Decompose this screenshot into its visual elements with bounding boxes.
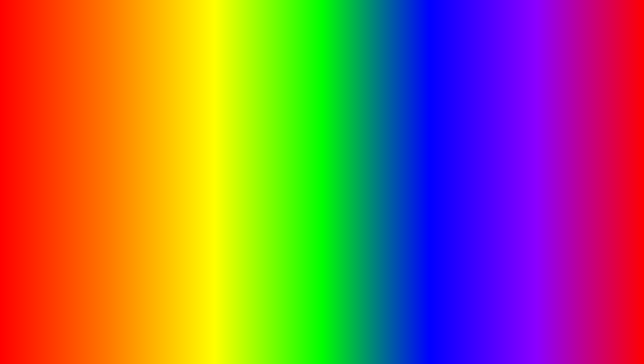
sidebar-right-stats[interactable]: Stats bbox=[285, 165, 310, 174]
bottom-farm-text: FARM bbox=[233, 324, 318, 358]
sidebar-right-player[interactable]: Player bbox=[285, 175, 310, 184]
auto-bf-mastery-icon: B bbox=[56, 191, 66, 201]
window-right-fps-value: 30 bbox=[434, 100, 438, 104]
mastery-divider-line-left bbox=[56, 183, 116, 184]
sidebar-left-stats[interactable]: Stats bbox=[27, 165, 51, 174]
sidebar-left-main[interactable]: Main bbox=[27, 125, 51, 134]
next-island-button-container: Next Island bbox=[314, 142, 453, 153]
window-right-app-name: B LULUK bbox=[301, 100, 320, 105]
bottom-script-text: SCRIPT bbox=[322, 333, 396, 356]
window-right-logo: B bbox=[288, 100, 298, 110]
window-left-body: Main Settings Weapons Race V4 Stats Play… bbox=[26, 123, 198, 236]
select-monster-row: Select Monster : ▼ bbox=[56, 152, 195, 161]
sidebar-left-race-v4[interactable]: Race V4 bbox=[27, 155, 51, 164]
window-right-user-bar: 👤 XxArSendxX bbox=[284, 112, 456, 123]
start-auto-farm-icon: B bbox=[56, 128, 66, 138]
window-left-update: Blox Fruit Update 18 bbox=[67, 100, 103, 105]
start-auto-farm-checkbox[interactable] bbox=[189, 130, 195, 136]
bottom-text-area: AUTO FARM SCRIPT PASTEBIN bbox=[0, 324, 644, 358]
window-right-mins-label: Min(s) : bbox=[319, 106, 331, 110]
sidebar-right-race-v4[interactable]: Race V4 bbox=[285, 155, 310, 164]
title-letter-r: R bbox=[337, 7, 370, 55]
skull-icon: 💀 bbox=[606, 331, 612, 336]
window-left-avatar: 👤 bbox=[29, 113, 37, 121]
title-letter-l: L bbox=[203, 7, 231, 55]
auto-start-law-dungeon-checkbox[interactable] bbox=[448, 185, 453, 190]
auto-buy-law-chip-checkbox[interactable] bbox=[448, 169, 453, 174]
auto-bf-mastery-row: B Auto BF Mastery bbox=[56, 189, 195, 203]
farm-selected-monster-checkbox[interactable] bbox=[189, 168, 195, 173]
title-letter-o: O bbox=[231, 7, 266, 55]
window-right-time-label: [Time] : bbox=[373, 100, 385, 104]
window-left-user-bar: 👤 XxArSendxX bbox=[26, 112, 198, 123]
window-left-secs-value: 58 bbox=[95, 106, 99, 110]
auto-kill-law-checkbox[interactable] bbox=[448, 201, 453, 206]
window-left-hrs-value: 0 bbox=[55, 106, 57, 110]
window-left-sidebar: Main Settings Weapons Race V4 Stats Play… bbox=[26, 123, 52, 236]
window-right-username: XxArSendxX bbox=[298, 115, 322, 120]
window-left-secs-label: Sec(s) : bbox=[79, 106, 92, 110]
auto-buy-law-chip-row: B Auto Buy Law Chip bbox=[314, 165, 453, 178]
logo-blx-text: BLX bbox=[601, 337, 617, 346]
sidebar-right-settings[interactable]: Settings bbox=[285, 135, 310, 144]
sidebar-left-weapons[interactable]: Weapons bbox=[27, 145, 51, 154]
auto-buy-law-chip-icon: B bbox=[314, 166, 325, 177]
auto-start-law-dungeon-row: B Auto Start Law Dungeon bbox=[314, 181, 453, 194]
title-letter-i: I bbox=[402, 7, 416, 55]
window-left-title-area: ULULUK Blox Fruit Update 18 [Time] : 08:… bbox=[42, 100, 195, 110]
svg-text:B: B bbox=[60, 194, 63, 199]
next-island-button[interactable]: Next Island bbox=[314, 142, 453, 153]
window-right-mins-value: 4 bbox=[333, 106, 335, 110]
mastery-divider: Mastery bbox=[56, 180, 195, 187]
window-right-hrs-label: Hr(s) : bbox=[301, 106, 311, 110]
main-title: BLOX FRUITS bbox=[0, 6, 644, 56]
svg-text:B: B bbox=[318, 169, 321, 174]
auto-bf-mastery-label: Auto BF Mastery bbox=[69, 194, 187, 198]
window-left-username: XxArSendxX bbox=[40, 115, 64, 120]
auto-awake-checkbox[interactable] bbox=[448, 130, 453, 136]
dropdown-arrow-icon: ▼ bbox=[188, 155, 192, 158]
sidebar-right-weapons[interactable]: Weapons bbox=[285, 145, 310, 154]
window-left-mins-value: 3 bbox=[75, 106, 77, 110]
farm-selected-monster-label: Farm Selected Monster bbox=[69, 168, 187, 173]
window-right-time-value: 08:13:02 bbox=[392, 100, 406, 104]
sidebar-left-teleport[interactable]: Teleport bbox=[27, 185, 51, 194]
window-left-app-name: ULULUK bbox=[42, 100, 60, 105]
auto-start-law-dungeon-label: Auto Start Law Dungeon bbox=[328, 185, 445, 190]
title-letter-x: X bbox=[266, 7, 296, 55]
window-right-secs-label: Sec(s) : bbox=[338, 106, 351, 110]
window-right-fps-label: [FPS] : bbox=[416, 100, 428, 104]
sidebar-left-settings[interactable]: Settings bbox=[27, 135, 51, 144]
window-right-sidebar: Main Settings Weapons Race V4 Stats Play… bbox=[284, 123, 311, 236]
window-left-ping-label: [Ping] : bbox=[105, 106, 116, 110]
window-right-header: B B LULUK Blox Fruit Update 18 [Time] : … bbox=[284, 98, 456, 112]
auto-awake-icon: B bbox=[314, 128, 325, 138]
farm-selected-monster-row: B Farm Selected Monster bbox=[56, 164, 195, 177]
sidebar-right-teleport[interactable]: Teleport bbox=[285, 185, 310, 194]
sidebar-left-player[interactable]: Player bbox=[27, 175, 51, 184]
window-left-fps-value: 33 bbox=[175, 100, 179, 104]
sidebar-right-main[interactable]: Main bbox=[285, 125, 310, 134]
auto-bf-mastery-checkbox[interactable] bbox=[189, 193, 195, 199]
svg-text:B: B bbox=[318, 185, 321, 190]
auto-kill-law-row: B Auto Kill Law bbox=[314, 197, 453, 210]
other-divider-line-left bbox=[56, 146, 118, 146]
window-left-ping-value: 87.031 (15%CV) bbox=[119, 106, 146, 110]
window-right-avatar: 👤 bbox=[288, 113, 296, 121]
select-monster-dropdown[interactable]: ▼ bbox=[87, 153, 195, 160]
window-left-content: B Start Auto Farm Other Select Monster :… bbox=[52, 123, 198, 236]
window-right-ping-value: 83.8054 (24%CV) bbox=[378, 106, 407, 110]
window-left-header: B ULULUK Blox Fruit Update 18 [Time] : 0… bbox=[26, 98, 198, 112]
law-dungeon-line-right bbox=[401, 159, 453, 159]
auto-awake-row: B Auto Awake bbox=[314, 126, 453, 140]
title-letter-f: F bbox=[309, 7, 337, 55]
auto-buy-law-chip-label: Auto Buy Law Chip bbox=[328, 169, 445, 174]
title-letter-u: U bbox=[370, 7, 402, 55]
other-divider: Other bbox=[56, 142, 195, 149]
window-left-hrs-label: Hr(s) : bbox=[42, 106, 53, 110]
window-right-content: B Auto Awake Next Island \\ Law Dungeon … bbox=[311, 123, 456, 236]
window-right-title-area: B LULUK Blox Fruit Update 18 [Time] : 08… bbox=[301, 100, 453, 110]
ui-window-left: B ULULUK Blox Fruit Update 18 [Time] : 0… bbox=[25, 97, 199, 237]
other-divider-text: Other bbox=[120, 144, 130, 148]
law-dungeon-divider: \\ Law Dungeon // bbox=[314, 155, 453, 162]
